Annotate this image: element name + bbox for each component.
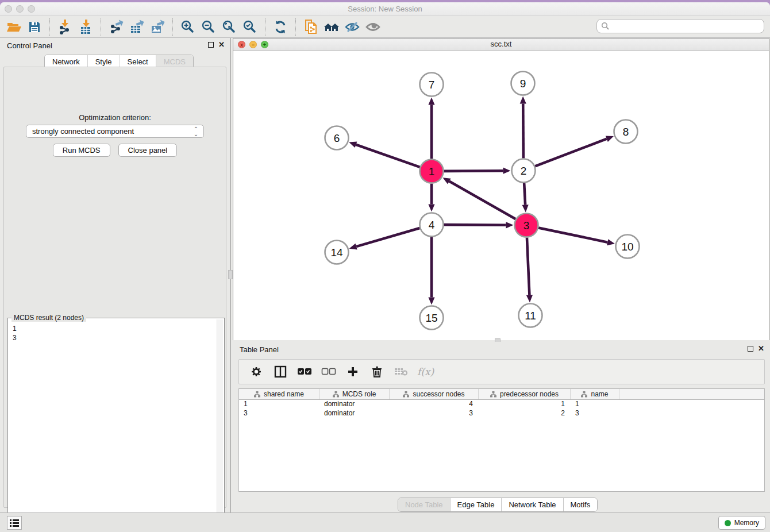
column-header-label: predecessor nodes — [500, 390, 559, 398]
control-panel: Control Panel ✕ Network Style Select MCD… — [0, 38, 231, 512]
add-column-icon[interactable] — [345, 364, 361, 380]
node-label: 15 — [425, 312, 437, 324]
export-network-icon[interactable] — [106, 18, 126, 36]
function-builder-icon[interactable]: f(x) — [417, 366, 434, 377]
node-label: 4 — [429, 219, 435, 231]
column-header-name[interactable]: name — [571, 389, 619, 399]
window-controls[interactable] — [5, 5, 35, 13]
close-panel-icon[interactable]: ✕ — [218, 42, 225, 48]
network-graph-canvas[interactable]: 1234678910111415 — [233, 51, 769, 340]
mcds-result-group: MCDS result (2 nodes) 1 3 — [7, 318, 225, 532]
search-input[interactable] — [610, 21, 764, 32]
network-minimize-button[interactable]: − — [249, 41, 257, 48]
graph-edge[interactable] — [356, 145, 419, 167]
close-table-panel-icon[interactable]: ✕ — [758, 346, 764, 352]
table-cell[interactable]: 1 — [239, 400, 319, 409]
refresh-icon[interactable] — [270, 18, 291, 36]
run-mcds-button[interactable]: Run MCDS — [53, 144, 110, 157]
maximize-window-button[interactable] — [28, 5, 35, 13]
column-header-shared-name[interactable]: shared name — [239, 389, 319, 399]
minimize-window-button[interactable] — [16, 5, 24, 13]
zoom-out-icon[interactable] — [198, 18, 219, 36]
toolbar-separator — [49, 18, 50, 36]
graph-edge[interactable] — [444, 225, 506, 225]
task-history-button[interactable] — [7, 516, 22, 530]
import-table-icon[interactable] — [75, 18, 96, 36]
memory-button[interactable]: Memory — [718, 516, 765, 530]
delete-table-icon[interactable] — [393, 364, 409, 380]
column-header-label: MCDS role — [342, 390, 376, 398]
table-cell[interactable]: dominator — [319, 409, 390, 418]
graph-edge[interactable] — [523, 103, 523, 158]
mcds-result-text[interactable]: 1 3 — [13, 324, 216, 532]
float-panel-icon[interactable] — [208, 42, 214, 48]
deselect-all-icon[interactable] — [321, 364, 337, 380]
table-cell[interactable]: 1 — [571, 400, 619, 409]
zoom-fit-icon[interactable] — [219, 18, 240, 36]
toolbar-separator — [172, 18, 173, 36]
edge-arrowhead — [349, 141, 357, 148]
tab-network-table[interactable]: Network Table — [502, 498, 563, 511]
edge-arrowhead — [428, 298, 434, 305]
column-header-predecessor-nodes[interactable]: predecessor nodes — [479, 389, 571, 399]
table-cell[interactable]: 3 — [571, 409, 619, 418]
select-all-icon[interactable] — [297, 364, 313, 380]
network-window-titlebar[interactable]: x − + scc.txt — [233, 38, 769, 51]
main-toolbar — [0, 16, 770, 38]
column-header-MCDS-role[interactable]: MCDS role — [319, 389, 390, 399]
close-panel-button[interactable]: Close panel — [118, 144, 178, 157]
table-cell[interactable]: 3 — [239, 409, 319, 418]
optimization-criterion-select[interactable]: strongly connected component ⌃⌄ — [26, 125, 204, 138]
table-cell[interactable]: 2 — [479, 409, 571, 418]
toolbar-separator — [295, 18, 296, 36]
gear-icon[interactable] — [248, 364, 264, 380]
window-title: Session: New Session — [0, 2, 770, 16]
tab-node-table[interactable]: Node Table — [398, 498, 451, 511]
copy-network-icon[interactable] — [301, 18, 321, 36]
import-network-icon[interactable] — [55, 18, 75, 36]
table-row[interactable]: 3dominator323 — [239, 409, 764, 418]
columns-icon[interactable] — [272, 364, 288, 380]
search-icon — [601, 22, 610, 30]
search-field[interactable] — [596, 19, 764, 33]
application-window: Session: New Session — [0, 2, 770, 532]
table-cell[interactable]: 4 — [390, 400, 479, 409]
graph-edge[interactable] — [524, 183, 525, 205]
close-window-button[interactable] — [5, 5, 12, 13]
graph-edge[interactable] — [356, 228, 419, 246]
panel-splitter-grip[interactable] — [228, 270, 233, 279]
graph-edge[interactable] — [538, 228, 607, 242]
graph-edge[interactable] — [444, 171, 503, 171]
delete-icon[interactable] — [369, 364, 385, 380]
node-table[interactable]: shared nameMCDS rolesuccessor nodesprede… — [238, 388, 765, 492]
network-view-window: x − + scc.txt 1234678910111415 — [233, 38, 769, 340]
edge-arrowhead — [503, 168, 510, 174]
graph-edge[interactable] — [535, 139, 607, 167]
tab-edge-table[interactable]: Edge Table — [451, 498, 502, 511]
save-icon[interactable] — [24, 18, 45, 36]
table-cell[interactable]: dominator — [319, 400, 390, 409]
node-label: 7 — [429, 79, 435, 91]
table-row[interactable]: 1dominator411 — [239, 400, 764, 409]
graph-edge[interactable] — [527, 237, 529, 295]
network-close-button[interactable]: x — [238, 41, 245, 48]
edge-arrowhead — [506, 222, 513, 228]
zoom-in-icon[interactable] — [178, 18, 198, 36]
titlebar: Session: New Session — [0, 2, 770, 16]
column-header-successor-nodes[interactable]: successor nodes — [390, 389, 479, 399]
zoom-selected-icon[interactable] — [240, 18, 260, 36]
float-table-panel-icon[interactable] — [748, 346, 753, 352]
table-cell[interactable]: 1 — [479, 400, 571, 409]
show-all-icon[interactable] — [363, 18, 383, 36]
tab-motifs[interactable]: Motifs — [564, 498, 598, 511]
open-folder-icon[interactable] — [3, 18, 24, 36]
export-image-icon[interactable] — [147, 18, 168, 36]
hide-selected-icon[interactable] — [342, 18, 363, 36]
result-scrollbar[interactable] — [217, 319, 223, 532]
first-neighbors-icon[interactable] — [321, 18, 342, 36]
export-table-icon[interactable] — [126, 18, 147, 36]
table-cell[interactable]: 3 — [390, 409, 479, 418]
graph-edge[interactable] — [449, 182, 515, 219]
network-maximize-button[interactable]: + — [261, 41, 268, 48]
dropdown-stepper-icon: ⌃⌄ — [192, 126, 200, 137]
